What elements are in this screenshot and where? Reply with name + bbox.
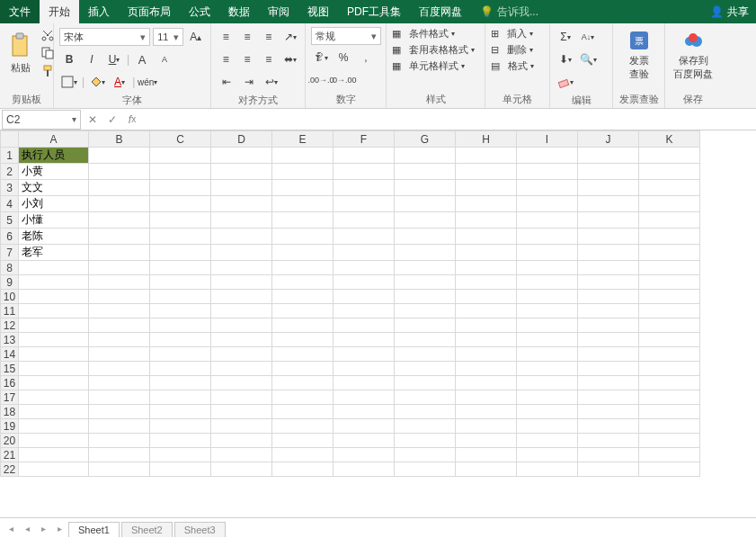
cell-K15[interactable] [639,362,700,376]
cell-F2[interactable] [334,164,395,180]
cell-E9[interactable] [272,275,334,290]
cell-H7[interactable] [456,245,517,261]
cell-B4[interactable] [89,196,150,212]
cell-J15[interactable] [578,362,639,376]
row-header-9[interactable]: 9 [1,275,19,290]
percent-button[interactable]: % [334,48,353,67]
cell-G16[interactable] [395,376,456,390]
cell-A7[interactable]: 老军 [19,245,89,261]
font-color-button[interactable]: A▾ [110,72,129,92]
cell-C22[interactable] [150,462,211,477]
cell-C1[interactable] [150,148,211,164]
cell-H11[interactable] [456,304,517,318]
cell-I20[interactable] [517,434,578,448]
cell-C12[interactable] [150,318,211,333]
cell-C8[interactable] [150,261,211,275]
cell-H20[interactable] [456,434,517,448]
cell-I5[interactable] [517,212,578,229]
shrink-font-button[interactable]: A [155,49,174,69]
tab-home[interactable]: 开始 [40,0,79,23]
cell-E13[interactable] [272,333,334,347]
cell-E19[interactable] [272,419,334,434]
cell-C15[interactable] [150,362,211,376]
cell-I10[interactable] [517,290,578,304]
cell-K4[interactable] [639,196,700,212]
phonetic-button[interactable]: wén▾ [138,72,157,92]
cell-G4[interactable] [395,196,456,212]
cell-A20[interactable] [19,434,89,448]
sheet-nav-first[interactable]: ◂ [4,521,18,535]
col-header-K[interactable]: K [639,131,700,148]
insert-cells-button[interactable]: ⊞ 插入▾ [491,27,544,40]
cell-F4[interactable] [334,196,395,212]
cell-I1[interactable] [517,148,578,164]
cell-C6[interactable] [150,229,211,245]
underline-button[interactable]: U▾ [104,49,124,69]
cell-D13[interactable] [211,333,272,347]
row-header-13[interactable]: 13 [1,333,19,347]
row-header-2[interactable]: 2 [1,164,19,180]
row-header-18[interactable]: 18 [1,405,19,419]
cell-A21[interactable] [19,448,89,462]
cell-H10[interactable] [456,290,517,304]
cell-C2[interactable] [150,164,211,180]
tab-data[interactable]: 数据 [219,0,259,23]
cell-B17[interactable] [89,390,150,405]
cell-H5[interactable] [456,212,517,229]
cell-F15[interactable] [334,362,395,376]
cell-I19[interactable] [517,419,578,434]
row-header-22[interactable]: 22 [1,462,19,477]
cell-J18[interactable] [578,405,639,419]
col-header-B[interactable]: B [89,131,150,148]
cell-J8[interactable] [578,261,639,275]
cell-E21[interactable] [272,448,334,462]
cell-F12[interactable] [334,318,395,333]
cell-K5[interactable] [639,212,700,229]
cell-F11[interactable] [334,304,395,318]
cell-A16[interactable] [19,376,89,390]
cell-E8[interactable] [272,261,334,275]
cell-A6[interactable]: 老陈 [19,229,89,245]
sort-filter-button[interactable]: A↓▾ [578,27,598,47]
cell-K19[interactable] [639,419,700,434]
formula-input[interactable] [142,110,756,130]
cell-F17[interactable] [334,390,395,405]
cell-K17[interactable] [639,390,700,405]
find-button[interactable]: 🔍▾ [578,49,598,69]
increase-decimal-button[interactable]: .00→.0 [311,70,331,90]
cell-K11[interactable] [639,304,700,318]
cell-H18[interactable] [456,405,517,419]
cell-D10[interactable] [211,290,272,304]
cell-J4[interactable] [578,196,639,212]
font-name-select[interactable]: 宋体▾ [59,28,150,46]
row-header-7[interactable]: 7 [1,245,19,261]
cell-B21[interactable] [89,448,150,462]
cell-E4[interactable] [272,196,334,212]
cell-F5[interactable] [334,212,395,229]
row-header-5[interactable]: 5 [1,212,19,229]
cell-E10[interactable] [272,290,334,304]
fill-color-button[interactable]: ▾ [87,72,107,92]
cell-K16[interactable] [639,376,700,390]
cell-K22[interactable] [639,462,700,477]
cell-G1[interactable] [395,148,456,164]
cell-F16[interactable] [334,376,395,390]
cell-J2[interactable] [578,164,639,180]
font-size-select[interactable]: 11▾ [153,28,183,46]
cell-C14[interactable] [150,347,211,362]
cell-A5[interactable]: 小懂 [19,212,89,229]
cell-G19[interactable] [395,419,456,434]
cell-D11[interactable] [211,304,272,318]
tab-baidu[interactable]: 百度网盘 [410,0,471,23]
cell-K3[interactable] [639,180,700,196]
cell-I6[interactable] [517,229,578,245]
col-header-A[interactable]: A [19,131,89,148]
cell-C17[interactable] [150,390,211,405]
cell-E18[interactable] [272,405,334,419]
cell-D18[interactable] [211,405,272,419]
cell-H13[interactable] [456,333,517,347]
enter-formula-button[interactable]: ✓ [102,110,122,130]
cell-B7[interactable] [89,245,150,261]
row-header-12[interactable]: 12 [1,318,19,333]
tell-me[interactable]: 💡告诉我... [471,0,547,23]
